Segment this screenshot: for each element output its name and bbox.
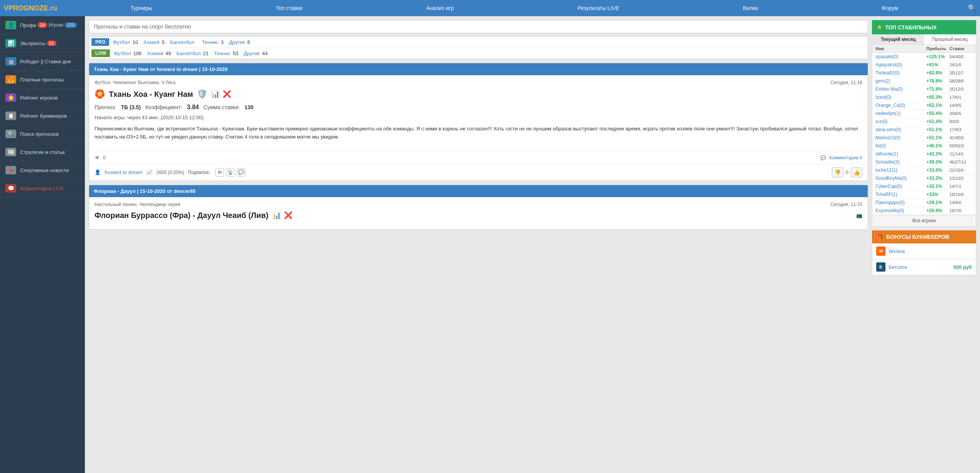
stable-player-name: a.e(0) [875, 119, 926, 124]
sidebar-bk-rating-label: Рейтинг букмекеров [20, 113, 67, 119]
stable-row[interactable]: TohaRF(1) +32% 16/15/0 [872, 191, 976, 199]
stable-row[interactable]: sillhunte(1) +42.2% 21/14/1 [872, 150, 976, 158]
vote-count: 0 [846, 169, 848, 175]
sidebar-player-rating-label: Рейтинг игроков [20, 95, 58, 101]
bonus-winline[interactable]: W Winline [872, 243, 976, 259]
chart-icon[interactable]: 📊 [211, 90, 220, 98]
sidebar-item-profi[interactable]: 👤 Профи 24 Игроки 273 [0, 16, 85, 34]
stable-row[interactable]: ExpressMa(0) +26.9% 16/7/0 [872, 207, 976, 215]
stable-row[interactable]: Schastliv(3) +39.2% 46/27/12 [872, 158, 976, 166]
filter-pro-other[interactable]: Другие [229, 39, 245, 45]
card1-footer-right: 💬 Комментарии 0 [820, 155, 862, 160]
card2-sport: Настольный теннис. Челленджер серия [95, 202, 180, 207]
filter-pro-hockey[interactable]: Хоккей [144, 39, 160, 45]
filter-pro-line: PRO Футбол 10 Хоккей 5 Баскетбол Теннис … [89, 37, 868, 47]
stable-row[interactable]: gerri(2) +76.8% 58/28/0 [872, 77, 976, 85]
stable-row[interactable]: Marina13(0) +51.1% 41/40/0 [872, 134, 976, 142]
nav-live-results[interactable]: Результаты LIVE [578, 5, 619, 11]
card1-header: Тхань Хоа - Куанг Нам от forward to drea… [89, 63, 868, 75]
search-icon[interactable]: 🔍 [968, 4, 976, 12]
stable-row[interactable]: nedkellyb(1) +55.4% 20/6/5 [872, 110, 976, 118]
nav-analysis[interactable]: Анализ игр [426, 5, 454, 11]
stable-row[interactable]: fol(0) +46.1% 59/56/3 [872, 142, 976, 150]
express-icon: 📊 [5, 39, 16, 47]
sidebar-item-express[interactable]: 📊 Экспрессы 51 [0, 34, 85, 52]
stable-row[interactable]: Tishka82(0) +82.8% 25/12/7 [872, 69, 976, 77]
stable-player-bets: 54/40/5 [950, 54, 973, 59]
nav-top-bets[interactable]: Топ ставки [276, 5, 302, 11]
nav-forks[interactable]: Вилки [743, 5, 758, 11]
card1-body: Футбол. Чемпионат Вьетнама. V-Лига Сегод… [89, 75, 868, 151]
sidebar-item-comments-live[interactable]: 💬 Комментарии LIVE [0, 179, 85, 198]
main-content: Прогнозы и ставки на спорт бесплатно PRO… [85, 16, 872, 473]
filter-low-tennis[interactable]: Теннис [214, 51, 231, 56]
filter-low-hockey[interactable]: Хоккей [147, 51, 163, 56]
stable-row[interactable]: luche12(1) +33.6% 22/16/0 [872, 166, 976, 174]
stable-player-bets: 13/10/2 [950, 176, 973, 181]
sidebar-item-robobet[interactable]: 🤖 Рободет || Ставки дня [0, 52, 85, 71]
stable-row[interactable]: GoodBoyMa(0) +33.2% 13/10/2 [872, 174, 976, 182]
sidebar-item-strategies[interactable]: 📰 Стратегии и статьи [0, 143, 85, 161]
thumbs-down-button[interactable]: 👎 [832, 167, 843, 177]
chart2-icon[interactable]: 📊 [272, 211, 281, 220]
logo[interactable]: VPROGNOZE.ru [4, 4, 57, 12]
card1-header-link[interactable]: Тхань Хоа - Куанг Нам от forward to drea… [94, 66, 228, 72]
compare2-icon[interactable]: ❌ [284, 211, 292, 220]
subscribe-icons: ✉ 📡 💬 [215, 168, 245, 177]
sidebar-item-news[interactable]: 📣 Спортивные новости [0, 161, 85, 179]
email-subscribe-icon[interactable]: ✉ [215, 168, 224, 177]
stable-player-profit: +55.4% [926, 111, 950, 116]
stable-row[interactable]: alina.sem(0) +51.1% 17/9/3 [872, 126, 976, 134]
stable-row[interactable]: CyberCap(0) +32.1% 14/7/1 [872, 182, 976, 191]
stable-player-name: alina.sem(0) [875, 127, 926, 132]
card2-match-title: Флориан Буррассо (Фра) - Дауул Чеаиб (Ли… [95, 211, 269, 220]
sidebar-item-search[interactable]: 🔍 Поиск прогнозов [0, 125, 85, 143]
card1-author-section: 👤 forward to dream 📈 2605 (0.00%) Подпис… [95, 168, 245, 177]
stable-row[interactable]: Orange_Ca(0) +62.1% 14/9/5 [872, 101, 976, 110]
sidebar-profi-label: Профи [20, 22, 36, 28]
card1-comments-link[interactable]: Комментарии 0 [829, 155, 862, 160]
stable-rows: spasatel(0) +125.1% 54/40/5 AglayaKot(0)… [872, 53, 976, 215]
winline-logo: W [876, 247, 885, 256]
express-badge: 51 [47, 41, 56, 46]
stable-row[interactable]: a.e(0) +51.4% 8/0/3 [872, 118, 976, 126]
filter-pro-other-count: 6 [247, 39, 250, 45]
news-icon: 📣 [5, 166, 16, 174]
filter-pro-football[interactable]: Футбол [113, 39, 130, 45]
card1-start-time: Начало игры: через 43 мин. (2020-10-15 1… [95, 115, 862, 120]
rss-subscribe-icon[interactable]: 📡 [226, 168, 235, 177]
stable-row[interactable]: AglayaKot(0) +91% 24/1/0 [872, 61, 976, 69]
stable-player-bets: 14/9/5 [950, 103, 973, 108]
nav-tournaments[interactable]: Турниры [130, 5, 152, 11]
nav-forum[interactable]: Форум [882, 5, 898, 11]
card2-header-link[interactable]: Флориан - Дауул | 15-10-2020 от dencer85 [94, 188, 196, 194]
filter-low-other[interactable]: Другие [244, 51, 260, 56]
stable-table-header: Имя Прибыль Ставок [872, 45, 976, 53]
filter-low-football[interactable]: Футбол [114, 51, 131, 56]
stable-row[interactable]: spasatel(0) +125.1% 54/40/5 [872, 53, 976, 61]
search-bar: Прогнозы и ставки на спорт бесплатно [89, 20, 868, 33]
stable-row[interactable]: Павлодарс(0) +29.1% 14/8/0 [872, 199, 976, 207]
all-players-button[interactable]: Все игроки [872, 215, 976, 226]
chat-subscribe-icon[interactable]: 💬 [237, 168, 245, 177]
stable-player-profit: +42.2% [926, 151, 950, 157]
sidebar-item-bk-rating[interactable]: 📋 Рейтинг букмекеров [0, 107, 85, 125]
tab-current-month[interactable]: Текущий месяц [872, 34, 924, 44]
filter-low-basketball[interactable]: Баскетбол [176, 51, 201, 56]
stable-player-bets: 41/40/0 [950, 135, 973, 140]
filter-pro-basketball[interactable]: Баскетбол [170, 39, 194, 45]
thumbs-up-button[interactable]: 👍 [851, 167, 862, 177]
card1-author-link[interactable]: forward to dream [105, 169, 142, 175]
stable-player-profit: +29.1% [926, 200, 950, 205]
filter-pro-tennis[interactable]: Теннис [202, 39, 219, 45]
sidebar-search-label: Поиск прогнозов [20, 131, 59, 137]
compare-icon[interactable]: ❌ [223, 90, 231, 98]
bonus-betsiti[interactable]: Б Бетсити 500 руб [872, 259, 976, 275]
sidebar-item-paid[interactable]: 💰 Платные прогнозы [0, 71, 85, 89]
sidebar-item-player-rating[interactable]: ⭐ Рейтинг игроков [0, 89, 85, 107]
tab-prev-month[interactable]: Прошлый месяц [924, 34, 976, 44]
stable-player-name: ExpressMa(0) [875, 208, 926, 213]
betsiti-bonus: 500 руб [953, 264, 972, 270]
stable-row[interactable]: Eshkin Ma(0) +71.8% 25/12/3 [872, 85, 976, 93]
stable-row[interactable]: Izard(0) +65.3% 17/6/1 [872, 93, 976, 101]
